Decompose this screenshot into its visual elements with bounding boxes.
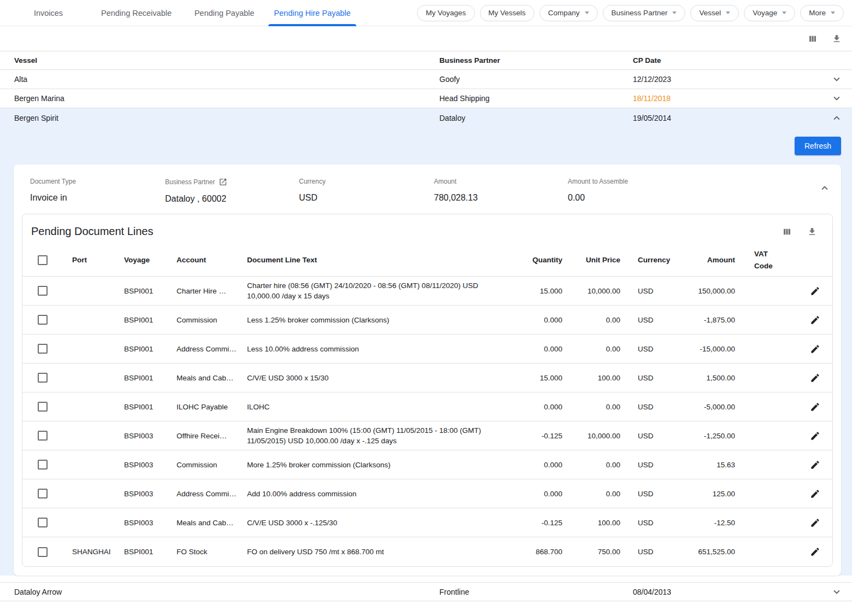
vessel-table: Vessel Business Partner CP Date Alta Goo… bbox=[0, 51, 852, 601]
filter-my-voyages[interactable]: My Voyages bbox=[417, 5, 475, 21]
edit-icon[interactable] bbox=[808, 371, 822, 385]
row-checkbox[interactable] bbox=[38, 373, 48, 383]
business-partner: Dataloy bbox=[439, 114, 633, 122]
account-cell: FO Stock bbox=[177, 548, 247, 556]
edit-icon[interactable] bbox=[808, 313, 822, 327]
unit-price-cell: 0.00 bbox=[562, 461, 620, 469]
edit-icon[interactable] bbox=[808, 487, 822, 501]
edit-icon[interactable] bbox=[808, 429, 822, 443]
tab-invoices[interactable]: Invoices bbox=[4, 0, 92, 26]
amount-cell: 651,525.00 bbox=[680, 548, 735, 556]
filter-vessel[interactable]: Vessel bbox=[690, 5, 739, 21]
row-checkbox[interactable] bbox=[38, 547, 48, 557]
field-amount-to-assemble: Amount to Assemble 0.00 bbox=[568, 178, 811, 204]
column-header-document-line-text: Document Line Text bbox=[247, 254, 514, 266]
document-line-row: BSPI003 Offhire Recei… Main Engine Break… bbox=[22, 421, 832, 450]
select-all-checkbox[interactable] bbox=[38, 255, 48, 265]
cp-date: 19/05/2014 bbox=[633, 114, 821, 122]
cp-date: 12/12/2023 bbox=[633, 75, 821, 84]
currency-cell: USD bbox=[620, 403, 680, 411]
field-document-type: Document Type Invoice in bbox=[30, 178, 165, 204]
edit-icon[interactable] bbox=[808, 400, 822, 414]
refresh-button[interactable]: Refresh bbox=[795, 137, 841, 155]
row-checkbox[interactable] bbox=[38, 518, 48, 527]
account-cell: Meals and Cab… bbox=[177, 519, 247, 527]
amount-cell: 125.00 bbox=[680, 490, 735, 498]
document-line-text-cell: Main Engine Breakdown 100% (15:00 (GMT) … bbox=[247, 425, 514, 446]
amount-to-assemble-value: 0.00 bbox=[568, 193, 811, 203]
tab-label: Pending Payable bbox=[195, 9, 255, 17]
amount-cell: -15,000.00 bbox=[680, 345, 735, 353]
document-line-text-cell: Less 10.00% address commission bbox=[247, 344, 514, 354]
amount-cell: 150,000.00 bbox=[680, 287, 735, 295]
edit-icon[interactable] bbox=[808, 516, 822, 530]
amount-cell: 15.63 bbox=[680, 461, 735, 469]
collapse-chevron-up-icon[interactable] bbox=[811, 178, 833, 204]
edit-icon[interactable] bbox=[808, 545, 822, 559]
voyage-cell: BSPI001 bbox=[124, 287, 177, 295]
lines-toolbar bbox=[781, 226, 818, 238]
expand-chevron-down-icon[interactable] bbox=[821, 586, 852, 598]
unit-price-cell: 100.00 bbox=[562, 374, 620, 382]
vessel-table-header: Vessel Business Partner CP Date bbox=[0, 51, 852, 70]
filter-more[interactable]: More bbox=[800, 5, 844, 21]
collapse-chevron-up-icon[interactable] bbox=[821, 112, 852, 124]
document-line-row: BSPI003 Commission More 1.25% broker com… bbox=[22, 450, 832, 479]
tab-pending-receivable[interactable]: Pending Receivable bbox=[92, 0, 180, 26]
download-icon[interactable] bbox=[806, 226, 818, 238]
currency-cell: USD bbox=[620, 345, 680, 353]
expand-chevron-down-icon[interactable] bbox=[821, 73, 852, 85]
row-checkbox[interactable] bbox=[38, 489, 48, 498]
row-checkbox[interactable] bbox=[38, 460, 48, 470]
field-label: Amount bbox=[434, 178, 568, 185]
vessel-row-alta[interactable]: Alta Goofy 12/12/2023 bbox=[0, 70, 852, 89]
columns-icon[interactable] bbox=[807, 33, 819, 45]
account-cell: Commission bbox=[177, 461, 247, 469]
quantity-cell: 0.000 bbox=[514, 316, 562, 324]
filter-voyage[interactable]: Voyage bbox=[744, 5, 795, 21]
row-checkbox[interactable] bbox=[38, 344, 48, 354]
filter-my-vessels[interactable]: My Vessels bbox=[480, 5, 534, 21]
voyage-cell: BSPI001 bbox=[124, 374, 177, 382]
row-checkbox[interactable] bbox=[38, 402, 48, 412]
column-header-cp-date: CP Date bbox=[633, 56, 821, 64]
unit-price-cell: 0.00 bbox=[562, 403, 620, 411]
vessel-row-dataloy-arrow[interactable]: Dataloy Arrow Frontline 08/04/2013 bbox=[0, 582, 852, 601]
column-header-quantity: Quantity bbox=[514, 254, 562, 266]
vessel-row-bergen-marina[interactable]: Bergen Marina Head Shipping 18/11/2018 bbox=[0, 89, 852, 108]
currency-cell: USD bbox=[620, 490, 680, 498]
columns-icon[interactable] bbox=[781, 226, 793, 238]
unit-price-cell: 0.00 bbox=[562, 316, 620, 324]
row-checkbox[interactable] bbox=[38, 315, 48, 325]
document-line-text-cell: Less 1.25% broker commission (Clarksons) bbox=[247, 315, 514, 325]
edit-icon[interactable] bbox=[808, 458, 822, 472]
account-cell: Charter Hire … bbox=[177, 287, 247, 295]
section-title: Pending Document Lines bbox=[31, 225, 153, 238]
filter-business-partner[interactable]: Business Partner bbox=[603, 5, 686, 21]
currency-cell: USD bbox=[620, 461, 680, 469]
edit-icon[interactable] bbox=[808, 284, 822, 298]
document-lines-body: BSPI001 Charter Hire … Charter hire (08:… bbox=[22, 277, 832, 566]
field-business-partner: Business Partner Dataloy , 60002 bbox=[165, 178, 299, 204]
amount-cell: 1,500.00 bbox=[680, 374, 735, 382]
tab-pending-hire-payable[interactable]: Pending Hire Payable bbox=[268, 0, 356, 26]
tab-label: Pending Hire Payable bbox=[274, 9, 350, 17]
edit-icon[interactable] bbox=[808, 342, 822, 356]
document-line-row: BSPI003 Address Commi… Add 10.00% addres… bbox=[22, 479, 832, 508]
download-icon[interactable] bbox=[831, 33, 843, 45]
amount-cell: -1,875.00 bbox=[680, 316, 735, 324]
quantity-cell: 0.000 bbox=[514, 345, 562, 353]
row-checkbox[interactable] bbox=[38, 286, 48, 296]
vessel-name: Bergen Marina bbox=[0, 94, 439, 103]
expand-chevron-down-icon[interactable] bbox=[821, 92, 852, 104]
tab-pending-payable[interactable]: Pending Payable bbox=[180, 0, 268, 26]
open-in-new-icon[interactable] bbox=[219, 178, 227, 186]
document-summary: Document Type Invoice in Business Partne… bbox=[22, 174, 833, 212]
row-checkbox[interactable] bbox=[38, 431, 48, 441]
vessel-row-bergen-spirit[interactable]: Bergen Spirit Dataloy 19/05/2014 bbox=[0, 108, 852, 127]
column-header-account: Account bbox=[177, 254, 247, 266]
top-navigation: Invoices Pending Receivable Pending Paya… bbox=[0, 0, 852, 26]
filter-company[interactable]: Company bbox=[539, 5, 598, 21]
column-header-voyage: Voyage bbox=[124, 254, 177, 266]
column-header-business-partner: Business Partner bbox=[439, 56, 633, 64]
